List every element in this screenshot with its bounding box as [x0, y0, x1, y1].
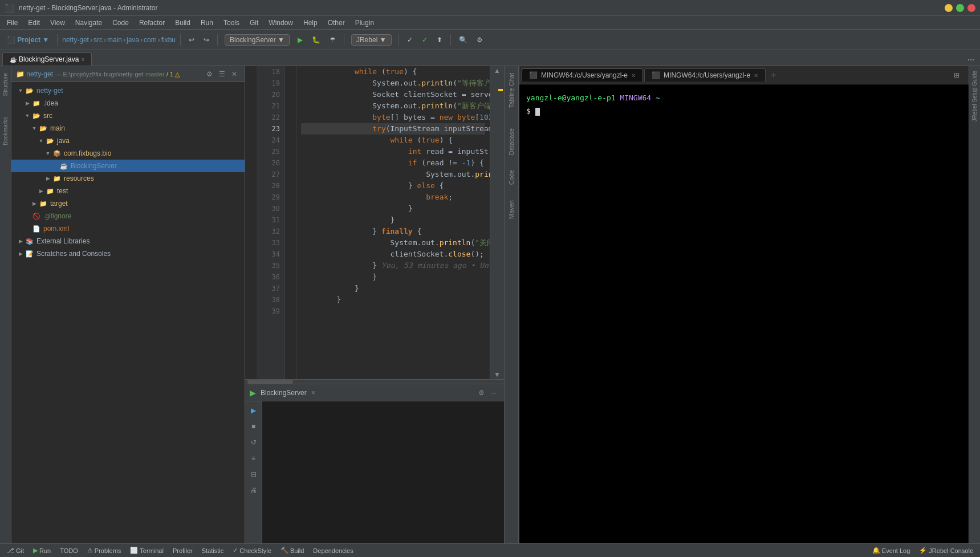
menu-navigate[interactable]: Navigate [71, 18, 107, 28]
code-content[interactable]: while (true) { System.out.println("等待客户端… [296, 66, 490, 379]
tree-item-java[interactable]: ▼ 📂 java [11, 135, 245, 147]
tree-item-target[interactable]: ▶ 📁 target [11, 197, 245, 210]
menu-tools[interactable]: Tools [219, 18, 244, 28]
toolbar-redo[interactable]: ↪ [200, 34, 213, 46]
menu-window[interactable]: Window [264, 18, 298, 28]
sidebar-tool-close[interactable]: ✕ [229, 68, 240, 80]
tree-item-test[interactable]: ▶ 📁 test [11, 185, 245, 197]
status-checkstyle[interactable]: ✓ CheckStyle [230, 546, 274, 555]
status-event-log[interactable]: 🔔 Event Log [870, 546, 913, 555]
horizontal-scrollbar[interactable] [245, 379, 504, 384]
toolbar-undo[interactable]: ↩ [185, 34, 198, 46]
tree-item-gitignore[interactable]: 🚫 .gitignore [11, 210, 245, 222]
git-push[interactable]: ⬆ [433, 34, 446, 46]
tree-item-pom[interactable]: 📄 pom.xml [11, 222, 245, 235]
run-restart-btn[interactable]: ▶ [247, 404, 261, 417]
status-jrebel-console[interactable]: ⚡ JRebel Console [917, 546, 975, 555]
run-filter-btn[interactable]: ≡ [247, 452, 261, 465]
jrebel-setup-guide-tab[interactable]: JRebel Setup Guide [969, 66, 980, 543]
tree-item-idea[interactable]: ▶ 📁 .idea [11, 97, 245, 109]
run-button[interactable]: ▶ [294, 34, 306, 46]
breadcrumb-item[interactable]: src [93, 36, 103, 44]
maximize-button[interactable] [956, 4, 964, 12]
terminal-split-btn[interactable]: ⊞ [950, 70, 963, 81]
run-coverage[interactable]: ☂ [326, 34, 339, 46]
debug-button[interactable]: 🐛 [308, 34, 324, 46]
scrollbar-thumb[interactable] [247, 380, 293, 384]
tab-close-button[interactable]: × [81, 56, 84, 63]
run-minimize-btn[interactable]: ─ [488, 387, 499, 399]
status-git[interactable]: ⎇ Git [5, 546, 26, 555]
folder-icon: 📁 [39, 199, 48, 208]
menu-other[interactable]: Other [323, 18, 349, 28]
status-statistic[interactable]: Statistic [200, 546, 226, 555]
jrebel-label[interactable]: JRebel Setup Guide [971, 71, 978, 122]
breadcrumb-item[interactable]: main [107, 36, 122, 44]
status-terminal[interactable]: ⬜ Terminal [128, 546, 166, 555]
run-gear-btn[interactable]: ⚙ [475, 387, 487, 399]
terminal-tab-2[interactable]: ⬛ MINGW64:/c/Users/yangzl-e ✕ [644, 68, 766, 82]
tree-item-package[interactable]: ▼ 📦 com.fixbugs.bio [11, 147, 245, 160]
run-rerun-btn[interactable]: ↺ [247, 436, 261, 449]
left-tab-structure[interactable]: Structure [1, 68, 10, 101]
status-build[interactable]: 🔨 Build [278, 546, 306, 555]
status-profiler[interactable]: Profiler [170, 546, 195, 555]
breadcrumb-item[interactable]: netty-get [62, 36, 89, 44]
breadcrumb-item[interactable]: com [144, 36, 157, 44]
sidebar-tool-gear[interactable]: ⚙ [204, 68, 215, 80]
menu-view[interactable]: View [46, 18, 70, 28]
tab-settings[interactable]: ⋯ [964, 54, 978, 66]
title-bar-controls[interactable] [945, 4, 975, 12]
sidebar-tool-layout[interactable]: ☰ [216, 68, 227, 80]
git-check2[interactable]: ✓ [418, 34, 431, 46]
terminal-tab-1[interactable]: ⬛ MINGW64:/c/Users/yangzl-e ✕ [522, 68, 643, 82]
run-fold-btn[interactable]: ⊟ [247, 467, 261, 481]
settings-btn[interactable]: ⚙ [473, 34, 486, 46]
terminal-tab-close-2[interactable]: ✕ [754, 72, 758, 79]
menu-edit[interactable]: Edit [23, 18, 44, 28]
menu-plugin[interactable]: Plugin [351, 18, 379, 28]
tree-item-scratches[interactable]: ▶ 📝 Scratches and Consoles [11, 247, 245, 260]
git-check[interactable]: ✓ [404, 34, 416, 46]
vert-tab-database[interactable]: Database [506, 124, 517, 160]
vert-tab-maven[interactable]: Maven [506, 196, 517, 223]
tree-item-blocking-server[interactable]: ☕ BlockingServer [11, 160, 245, 172]
menu-build[interactable]: Build [170, 18, 195, 28]
search-btn[interactable]: 🔍 [456, 34, 471, 46]
minimize-button[interactable] [945, 4, 953, 12]
run-config-dropdown[interactable]: BlockingServer ▼ [225, 34, 290, 46]
terminal-content[interactable]: yangzl-e@yangzl-e-p1 MINGW64 ~ $ [519, 84, 980, 543]
menu-refactor[interactable]: Refactor [135, 18, 169, 28]
run-print-btn[interactable]: 🖨 [247, 483, 261, 497]
tree-item-src[interactable]: ▼ 📂 src [11, 109, 245, 122]
status-problems[interactable]: ⚠ Problems [85, 546, 123, 555]
left-tab-bookmarks[interactable]: Bookmarks [1, 112, 10, 150]
breadcrumb-item[interactable]: java [127, 36, 139, 44]
menu-code[interactable]: Code [108, 18, 133, 28]
status-run[interactable]: ▶ Run [31, 546, 53, 555]
menu-help[interactable]: Help [299, 18, 322, 28]
tree-item-resources[interactable]: ▶ 📁 resources [11, 172, 245, 185]
menu-run[interactable]: Run [196, 18, 218, 28]
menu-git[interactable]: Git [245, 18, 263, 28]
run-tab-close[interactable]: × [311, 389, 315, 397]
editor-tab-blocking-server[interactable]: ☕ BlockingServer.java × [2, 52, 92, 66]
terminal-add-tab[interactable]: + [767, 68, 780, 82]
tree-item-netty-get[interactable]: ▼ 📂 netty-get [11, 84, 245, 97]
run-stop-btn[interactable]: ■ [247, 420, 261, 433]
code-editor[interactable]: 18 19 20 21 22 23 24 25 26 27 28 29 30 3… [245, 66, 504, 384]
jrebel-config-dropdown[interactable]: JRebel ▼ [351, 34, 392, 46]
git-file-icon: 🚫 [32, 212, 41, 221]
menu-file[interactable]: File [2, 18, 22, 28]
line-num-18: 18 [257, 66, 284, 78]
close-button[interactable] [967, 4, 975, 12]
tree-item-main[interactable]: ▼ 📂 main [11, 122, 245, 135]
vert-tab-tabline-chat[interactable]: Tabline Chat [506, 68, 517, 112]
status-todo[interactable]: TODO [58, 546, 80, 555]
tree-item-external-libs[interactable]: ▶ 📚 External Libraries [11, 235, 245, 247]
project-dropdown[interactable]: ⬛ Project ▼ [3, 34, 52, 46]
breadcrumb-item[interactable]: fixbu [161, 36, 176, 44]
vert-tab-code[interactable]: Code [506, 165, 517, 189]
terminal-tab-close-1[interactable]: ✕ [631, 72, 636, 79]
status-dependencies[interactable]: Dependencies [311, 546, 355, 555]
